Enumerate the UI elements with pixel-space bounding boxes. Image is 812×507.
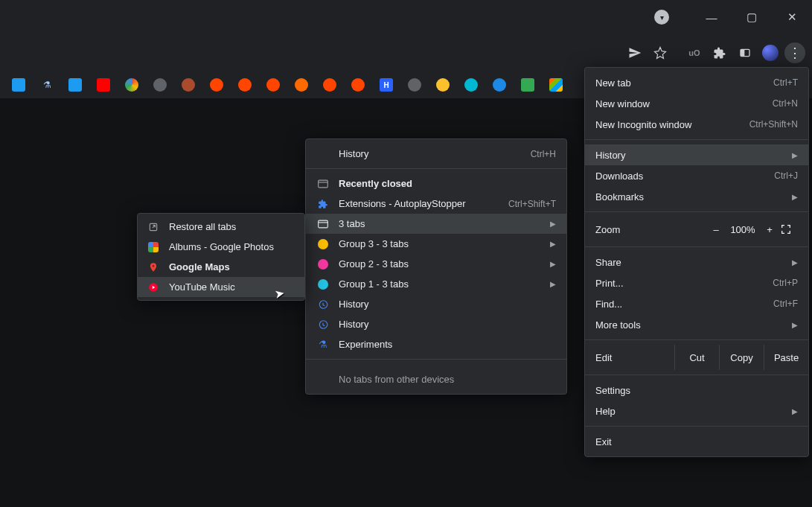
chevron-right-icon: ▶ [792, 258, 798, 267]
edit-paste-button[interactable]: Paste [764, 345, 808, 370]
chevron-right-icon: ▶ [792, 407, 798, 415]
chevron-right-icon: ▶ [792, 193, 798, 201]
bookmark-icon[interactable] [238, 78, 252, 92]
tab-icon[interactable] [735, 43, 755, 63]
svg-point-7 [153, 264, 155, 267]
cast-dropdown-icon[interactable]: ▾ [654, 10, 669, 25]
submenu-albums[interactable]: Albums - Google Photos [138, 237, 304, 257]
bookmark-icon[interactable] [323, 78, 336, 92]
bookmark-icon[interactable] [408, 78, 421, 92]
group-dot-icon [316, 258, 330, 271]
menu-item-print[interactable]: Print...Ctrl+P [585, 272, 808, 293]
window-titlebar: ▾ — ▢ ✕ [0, 0, 812, 34]
svg-rect-1 [741, 49, 744, 56]
zoom-out-button[interactable]: – [706, 224, 726, 235]
bookmark-icon[interactable] [153, 78, 167, 92]
menu-item-history[interactable]: History▶ [585, 144, 808, 165]
star-icon[interactable] [650, 43, 670, 63]
menu-item-edit: Edit Cut Copy Paste [585, 345, 808, 370]
tabs-submenu: Restore all tabs Albums - Google Photos … [137, 213, 305, 301]
menu-item-share[interactable]: Share▶ [585, 252, 808, 272]
menu-separator [306, 168, 566, 169]
avatar-icon[interactable] [761, 43, 780, 63]
menu-item-zoom: Zoom – 100% + [585, 217, 808, 242]
history-item-experiments[interactable]: ⚗ Experiments [306, 334, 566, 354]
edit-copy-button[interactable]: Copy [719, 345, 764, 370]
bookmark-icon[interactable] [464, 78, 478, 92]
bookmark-icon[interactable] [351, 78, 365, 92]
menu-item-incognito[interactable]: New Incognito windowCtrl+Shift+N [585, 114, 808, 135]
menu-item-settings[interactable]: Settings [585, 380, 808, 401]
zoom-label: Zoom [595, 224, 706, 235]
edit-cut-button[interactable]: Cut [674, 345, 719, 370]
menu-item-downloads[interactable]: DownloadsCtrl+J [585, 165, 808, 186]
maximize-button[interactable]: ▢ [732, 0, 772, 34]
bookmark-icon[interactable] [493, 78, 506, 92]
bookmark-icon[interactable] [97, 78, 110, 92]
flask-icon: ⚗ [316, 338, 330, 351]
bookmark-icon[interactable] [68, 78, 82, 92]
bookmark-icon[interactable] [521, 78, 534, 92]
bookmark-icon[interactable] [266, 78, 280, 92]
fullscreen-icon[interactable] [780, 223, 798, 235]
minimize-button[interactable]: — [691, 0, 732, 34]
menu-item-new-tab[interactable]: New tabCtrl+T [585, 72, 808, 93]
history-submenu: HistoryCtrl+H Recently closed Extensions… [305, 138, 567, 395]
chevron-right-icon: ▶ [550, 240, 556, 248]
ublock-icon[interactable]: uO [685, 43, 704, 63]
menu-item-new-window[interactable]: New windowCtrl+N [585, 93, 808, 114]
bookmark-icon[interactable] [295, 78, 308, 92]
menu-separator [585, 246, 808, 247]
bookmark-icon[interactable] [436, 78, 450, 92]
chevron-right-icon: ▶ [550, 280, 556, 288]
history-clock-icon [316, 298, 330, 311]
submenu-restore-all[interactable]: Restore all tabs [138, 217, 304, 237]
zoom-in-button[interactable]: + [759, 224, 780, 235]
google-photos-icon [147, 240, 160, 254]
chrome-menu-button[interactable]: ⋮ [784, 42, 805, 63]
menu-item-more-tools[interactable]: More tools▶ [585, 314, 808, 335]
menu-separator [585, 374, 808, 375]
menu-item-bookmarks[interactable]: Bookmarks▶ [585, 186, 808, 207]
menu-item-help[interactable]: Help▶ [585, 401, 808, 421]
menu-item-find[interactable]: Find...Ctrl+F [585, 293, 808, 314]
history-item-extension[interactable]: Extensions - AutoplayStopperCtrl+Shift+T [306, 194, 566, 214]
menu-separator [585, 139, 808, 140]
bookmark-icon[interactable]: H [380, 78, 393, 92]
bookmark-icon[interactable] [549, 78, 563, 92]
send-icon[interactable] [625, 43, 645, 63]
menu-separator [585, 339, 808, 340]
puzzle-icon [316, 197, 330, 211]
maps-pin-icon [147, 261, 160, 274]
close-button[interactable]: ✕ [772, 0, 812, 34]
chevron-right-icon: ▶ [550, 220, 556, 228]
bookmark-icon[interactable]: ⚗ [40, 78, 54, 92]
no-other-devices-label: No tabs from other devices [306, 364, 566, 394]
history-item-history1[interactable]: History [306, 294, 566, 314]
bookmark-icon[interactable] [210, 78, 223, 92]
zoom-value: 100% [726, 224, 759, 235]
history-item-group2[interactable]: Group 2 - 3 tabs▶ [306, 254, 566, 274]
history-title[interactable]: HistoryCtrl+H [306, 144, 566, 164]
svg-rect-4 [319, 220, 328, 228]
history-item-history2[interactable]: History [306, 314, 566, 334]
chevron-right-icon: ▶ [792, 321, 798, 329]
menu-separator [585, 426, 808, 427]
bookmark-icon[interactable] [182, 78, 195, 92]
submenu-google-maps[interactable]: Google Maps [138, 257, 304, 277]
browser-toolbar: uO ⋮ [0, 34, 812, 71]
group-dot-icon [316, 278, 330, 291]
extensions-icon[interactable] [710, 43, 729, 63]
submenu-youtube-music[interactable]: YouTube Music [138, 277, 304, 297]
history-item-3tabs[interactable]: 3 tabs▶ [306, 214, 566, 234]
history-item-group1[interactable]: Group 1 - 3 tabs▶ [306, 274, 566, 294]
window-icon [316, 177, 330, 191]
chevron-right-icon: ▶ [550, 260, 556, 268]
bookmark-icon[interactable] [125, 78, 138, 92]
external-link-icon [147, 220, 160, 234]
bookmark-icon[interactable] [12, 78, 25, 92]
svg-rect-2 [319, 180, 328, 188]
window-controls: — ▢ ✕ [691, 0, 812, 34]
history-item-group3[interactable]: Group 3 - 3 tabs▶ [306, 234, 566, 254]
menu-item-exit[interactable]: Exit [585, 431, 808, 452]
